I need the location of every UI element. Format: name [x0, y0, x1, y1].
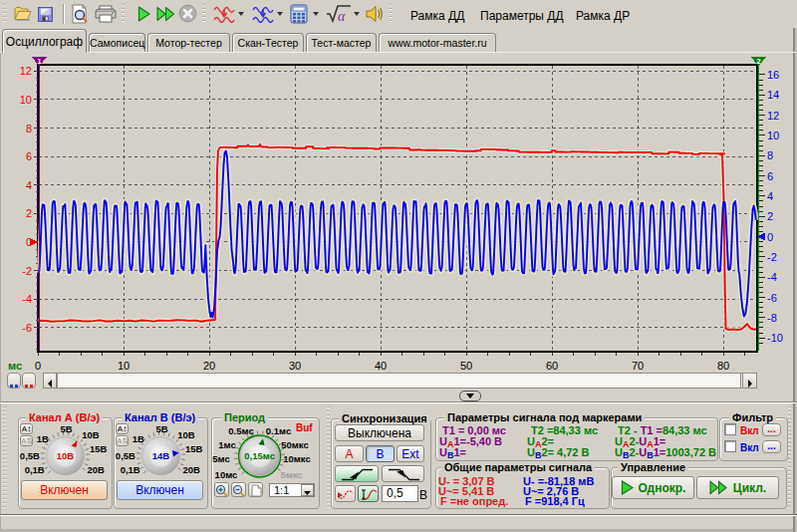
svg-text:12: 12: [20, 65, 32, 77]
svg-text:8: 8: [26, 123, 32, 134]
svg-text:4: 4: [26, 179, 32, 191]
svg-text:α: α: [338, 9, 346, 23]
svg-text:0,1В: 0,1В: [121, 464, 140, 475]
svg-text:2: 2: [767, 210, 773, 222]
svg-text:30: 30: [289, 360, 301, 372]
svg-text:40: 40: [375, 360, 387, 372]
svg-text:70: 70: [632, 360, 644, 372]
svg-text:5В: 5В: [60, 423, 72, 434]
svg-text:1В: 1В: [37, 433, 49, 444]
svg-text:1В: 1В: [133, 433, 144, 444]
svg-text:8: 8: [767, 149, 773, 161]
svg-text:60: 60: [546, 360, 558, 372]
svg-text:12: 12: [767, 110, 779, 122]
svg-text:мс: мс: [8, 360, 22, 372]
svg-text:0.5мс: 0.5мс: [228, 425, 253, 436]
svg-text:50мкс: 50мкс: [281, 439, 309, 450]
svg-text:-8: -8: [767, 312, 777, 324]
svg-text:-6: -6: [22, 322, 32, 334]
svg-text:10В: 10В: [82, 429, 100, 440]
svg-text:0,15мс: 0,15мс: [244, 450, 275, 461]
svg-text:0,5В: 0,5В: [20, 450, 40, 461]
svg-text:-4: -4: [22, 293, 32, 305]
svg-text:0.1мс: 0.1мс: [266, 425, 291, 436]
svg-text:5В: 5В: [155, 423, 167, 434]
svg-text:-2: -2: [767, 251, 777, 263]
svg-text:-2: -2: [22, 265, 32, 277]
svg-text:15В: 15В: [185, 443, 203, 454]
svg-text:10мкс: 10мкс: [283, 453, 311, 464]
svg-text:20В: 20В: [182, 464, 200, 475]
svg-text:6: 6: [26, 150, 32, 162]
svg-text:1: 1: [37, 57, 42, 66]
svg-text:10В: 10В: [57, 450, 75, 461]
svg-text:0,1В: 0,1В: [25, 464, 45, 475]
svg-text:10: 10: [767, 130, 779, 141]
svg-text:10мс: 10мс: [215, 469, 238, 480]
svg-text:14В: 14В: [152, 450, 170, 461]
svg-text:16: 16: [767, 69, 779, 81]
svg-text:20: 20: [203, 360, 215, 372]
svg-text:14: 14: [767, 89, 779, 101]
svg-text:-4: -4: [767, 271, 777, 283]
svg-text:20В: 20В: [87, 464, 105, 475]
svg-text:10: 10: [118, 360, 130, 372]
svg-text:6: 6: [767, 170, 773, 182]
svg-text:0,5В: 0,5В: [116, 450, 135, 461]
svg-text:80: 80: [717, 360, 729, 372]
svg-text:2: 2: [756, 57, 761, 66]
svg-text:0: 0: [767, 231, 773, 243]
svg-text:1мс: 1мс: [218, 439, 235, 450]
svg-text:4: 4: [767, 190, 773, 202]
svg-text:0: 0: [35, 360, 41, 372]
svg-text:5мкс: 5мкс: [281, 469, 303, 480]
svg-text:50: 50: [460, 360, 472, 372]
svg-text:10В: 10В: [177, 429, 195, 440]
svg-text:-6: -6: [767, 292, 777, 304]
svg-text:2: 2: [26, 207, 32, 219]
svg-text:0: 0: [26, 236, 32, 248]
svg-text:10: 10: [20, 94, 32, 106]
svg-text:-10: -10: [767, 332, 783, 344]
svg-text:5мс: 5мс: [212, 453, 229, 464]
